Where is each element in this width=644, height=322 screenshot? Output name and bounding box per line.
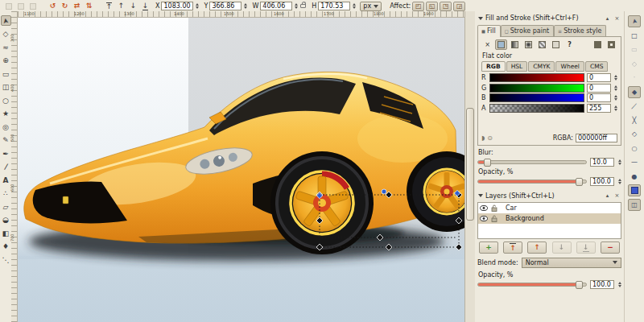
vertical-ruler[interactable]: 300 400 500 600 700 bbox=[11, 11, 18, 322]
red-spinner[interactable] bbox=[614, 75, 617, 80]
snap-bbox-toggle[interactable]: □ bbox=[628, 30, 641, 42]
rotate-ccw-button[interactable]: ↺ bbox=[47, 2, 58, 11]
swatch-button[interactable] bbox=[550, 39, 562, 50]
expander-icon[interactable] bbox=[478, 17, 483, 20]
layer-opacity-slider[interactable] bbox=[477, 283, 587, 287]
tab-cms[interactable]: CMS bbox=[585, 61, 608, 72]
scrollbar-thumb[interactable] bbox=[466, 108, 474, 221]
tab-wheel[interactable]: Wheel bbox=[555, 61, 584, 72]
snap-paths-toggle[interactable]: ／ bbox=[628, 100, 641, 112]
tool-paint-bucket[interactable]: ◒ bbox=[1, 215, 11, 225]
green-input[interactable]: 0 bbox=[587, 84, 611, 93]
fs-opacity-slider-handle[interactable] bbox=[576, 178, 583, 186]
lock-icon[interactable] bbox=[491, 204, 497, 212]
blue-spinner[interactable] bbox=[614, 95, 617, 101]
tool-eraser[interactable]: ▱ bbox=[1, 201, 11, 212]
snap-grid-guide-toggle[interactable]: ◫ bbox=[628, 199, 641, 211]
snap-enable-toggle[interactable]: ➤ bbox=[628, 15, 641, 27]
blue-slider[interactable] bbox=[489, 93, 584, 102]
tab-hsl[interactable]: HSL bbox=[506, 61, 528, 72]
tool-dropper[interactable]: ♦ bbox=[1, 242, 11, 252]
layer-row-background[interactable]: Background bbox=[478, 213, 621, 224]
green-slider[interactable] bbox=[489, 84, 584, 93]
lower-button[interactable]: ↓ bbox=[128, 2, 138, 11]
layer-opacity-input[interactable]: 100.0 bbox=[590, 280, 614, 289]
width-input[interactable]: 406.06 bbox=[260, 2, 292, 10]
width-spinner[interactable] bbox=[295, 3, 298, 9]
tool-pen[interactable]: ✒ bbox=[1, 148, 11, 159]
y-spinner[interactable] bbox=[244, 3, 247, 9]
select-all-layers-button[interactable] bbox=[15, 2, 26, 11]
blur-input[interactable]: 10.0 bbox=[590, 158, 614, 167]
rotate-cw-button[interactable]: ↻ bbox=[60, 2, 70, 11]
snap-bbox-edges-toggle[interactable]: ▭ bbox=[628, 43, 641, 56]
snap-nodes-toggle[interactable]: ◆ bbox=[628, 86, 641, 98]
tool-calligraphy[interactable]: / bbox=[1, 162, 11, 172]
raise-button[interactable]: ↑ bbox=[116, 2, 126, 11]
snap-cusp-nodes-toggle[interactable]: ◇ bbox=[628, 128, 641, 140]
alpha-slider[interactable] bbox=[489, 104, 584, 113]
snap-smooth-nodes-toggle[interactable]: ○ bbox=[628, 142, 641, 155]
flip-vertical-button[interactable]: ⇅ bbox=[84, 2, 94, 11]
y-input[interactable]: 366.86 bbox=[209, 2, 242, 10]
affect-move-gradients-toggle[interactable]: ◰ bbox=[412, 2, 424, 11]
fill-rule-evenodd-button[interactable] bbox=[605, 39, 617, 50]
tool-star[interactable]: ★ bbox=[1, 109, 11, 119]
tool-spiral[interactable]: ◎ bbox=[1, 122, 11, 132]
layer-row-car[interactable]: Car bbox=[478, 203, 621, 213]
fs-opacity-spinner[interactable] bbox=[618, 179, 621, 184]
tab-stroke-style[interactable]: ≡Stroke style bbox=[554, 25, 606, 36]
blue-input[interactable]: 0 bbox=[587, 93, 611, 102]
snap-midpoints-toggle[interactable]: — bbox=[628, 156, 641, 168]
tab-cmyk[interactable]: CMYK bbox=[528, 61, 555, 72]
layer-name[interactable]: Background bbox=[506, 215, 544, 222]
units-dropdown[interactable]: px bbox=[360, 2, 382, 11]
alpha-input[interactable]: 255 bbox=[587, 104, 611, 113]
color-managed-icon[interactable]: ⊙ bbox=[487, 134, 493, 142]
dock-iconify-button[interactable]: ▴ bbox=[604, 192, 611, 199]
affect-transform-corners-toggle[interactable]: ◲ bbox=[453, 2, 465, 11]
fs-opacity-input[interactable]: 100.0 bbox=[590, 177, 614, 186]
green-spinner[interactable] bbox=[614, 85, 617, 91]
affect-move-patterns-toggle[interactable]: ◱ bbox=[426, 2, 438, 11]
unknown-paint-button[interactable]: ? bbox=[564, 39, 576, 50]
fill-rule-nonzero-button[interactable] bbox=[592, 39, 604, 50]
blur-spinner[interactable] bbox=[618, 159, 621, 165]
affect-transform-stroke-toggle[interactable]: ◳ bbox=[440, 2, 452, 11]
dock-close-button[interactable]: × bbox=[613, 15, 621, 22]
height-spinner[interactable] bbox=[353, 3, 356, 9]
tab-rgb[interactable]: RGB bbox=[481, 61, 506, 72]
path-node[interactable] bbox=[382, 189, 386, 194]
blur-slider[interactable] bbox=[477, 160, 587, 164]
flat-color-button[interactable] bbox=[495, 39, 507, 50]
tool-connector[interactable]: ⋱ bbox=[1, 254, 11, 265]
lock-icon[interactable] bbox=[491, 215, 497, 222]
rgba-input[interactable]: 000000ff bbox=[576, 134, 617, 142]
height-input[interactable]: 170.53 bbox=[318, 2, 350, 10]
snap-page-border-toggle[interactable] bbox=[628, 184, 641, 196]
lower-layer-to-bottom-button[interactable]: ↓ bbox=[576, 242, 596, 254]
delete-layer-button[interactable]: − bbox=[601, 242, 620, 254]
color-picker-icon[interactable]: ◗ bbox=[481, 134, 485, 142]
vertical-scrollbar[interactable] bbox=[464, 11, 475, 322]
drawing-canvas[interactable] bbox=[18, 18, 464, 322]
no-paint-button[interactable]: × bbox=[481, 39, 493, 50]
radial-gradient-button[interactable] bbox=[522, 39, 535, 50]
lower-layer-button[interactable]: ↓ bbox=[552, 242, 572, 254]
expander-icon[interactable] bbox=[478, 194, 483, 197]
linear-gradient-button[interactable] bbox=[509, 39, 521, 50]
tool-tweak[interactable]: ≈ bbox=[1, 42, 11, 52]
lower-to-bottom-button[interactable]: ↓ bbox=[140, 2, 151, 11]
x-spinner[interactable] bbox=[196, 3, 199, 9]
tool-ellipse[interactable]: ○ bbox=[1, 95, 11, 105]
flip-horizontal-button[interactable]: ⇄ bbox=[72, 2, 82, 11]
alpha-spinner[interactable] bbox=[614, 105, 617, 111]
snap-object-centers-toggle[interactable]: ● bbox=[628, 171, 641, 183]
x-input[interactable]: 1083.00 bbox=[161, 2, 193, 10]
raise-layer-to-top-button[interactable]: ↑ bbox=[503, 242, 522, 254]
tool-zoom[interactable]: ⊕ bbox=[1, 56, 11, 66]
tool-rectangle[interactable]: ▭ bbox=[1, 68, 11, 79]
layer-opacity-slider-handle[interactable] bbox=[576, 281, 583, 289]
tab-fill[interactable]: ◼Fill bbox=[477, 25, 501, 37]
snap-bbox-corners-toggle[interactable]: ◇ bbox=[628, 58, 641, 70]
